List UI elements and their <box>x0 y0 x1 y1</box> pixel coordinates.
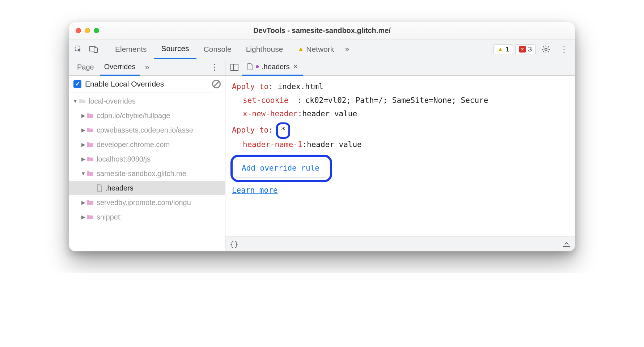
apply-to-row: Apply to: * <box>232 124 568 138</box>
caret-down-icon: ▼ <box>73 98 78 104</box>
apply-to-keyword: Apply to <box>232 126 268 134</box>
tree-root-label: local-overrides <box>89 97 136 105</box>
caret-right-icon: ▶ <box>81 156 86 162</box>
file-tab-headers[interactable]: .headers ✕ <box>242 59 303 76</box>
error-count-badge[interactable]: ✕ 3 <box>515 44 536 54</box>
tab-sources[interactable]: Sources <box>154 39 196 59</box>
titlebar: DevTools - samesite-sandbox.glitch.me/ <box>69 22 575 39</box>
tab-network-label: Network <box>306 45 334 54</box>
file-icon <box>247 63 253 70</box>
editor-panel: .headers ✕ Apply to: index.html set-cook… <box>225 59 575 251</box>
header-row: header-name-1: header value <box>243 139 568 151</box>
enable-overrides-row: Enable Local Overrides <box>69 76 225 92</box>
svg-rect-2 <box>94 48 97 53</box>
tab-network[interactable]: ▲ Network <box>290 39 341 59</box>
tree-root[interactable]: ▼ local-overrides <box>69 94 225 108</box>
tree-file-selected[interactable]: .headers <box>69 181 225 195</box>
warning-icon: ▲ <box>497 46 503 53</box>
tab-lighthouse[interactable]: Lighthouse <box>239 39 291 59</box>
toolbar-divider <box>104 44 104 55</box>
highlighted-add-button: Add override rule <box>230 155 332 182</box>
svg-point-3 <box>545 48 547 50</box>
expand-icon[interactable] <box>563 241 571 247</box>
caret-right-icon: ▶ <box>81 142 86 147</box>
error-count: 3 <box>528 45 532 53</box>
toggle-navigator-icon[interactable] <box>228 64 241 71</box>
headers-editor[interactable]: Apply to: index.html set-cookie : ck02=v… <box>225 76 575 237</box>
caret-down-icon: ▼ <box>81 171 86 176</box>
error-icon: ✕ <box>519 46 526 53</box>
editor-tabbar: .headers ✕ <box>225 59 575 76</box>
folder-icon <box>86 214 94 220</box>
header-row: x-new-header: header value <box>243 108 568 120</box>
subtab-overrides[interactable]: Overrides <box>100 59 140 76</box>
caret-right-icon: ▶ <box>81 200 86 205</box>
add-override-rule-button[interactable]: Add override rule <box>235 159 326 178</box>
window-title: DevTools - samesite-sandbox.glitch.me/ <box>69 26 575 35</box>
navigator-panel: Page Overrides » ⋮ Enable Local Override… <box>69 59 225 251</box>
device-toggle-icon[interactable] <box>87 43 100 56</box>
navigator-subtabs: Page Overrides » ⋮ <box>69 59 225 76</box>
caret-right-icon: ▶ <box>81 127 86 133</box>
folder-icon <box>86 171 94 176</box>
folder-icon <box>86 200 94 205</box>
panel-tabs: Elements Sources Console Lighthouse ▲ Ne… <box>108 39 353 59</box>
header-name[interactable]: set-cookie <box>243 95 293 107</box>
settings-gear-icon[interactable] <box>538 45 554 54</box>
header-value[interactable]: header value <box>307 139 362 151</box>
enable-overrides-checkbox[interactable] <box>73 80 81 88</box>
modified-dot-icon <box>256 65 259 68</box>
file-tab-label: .headers <box>262 63 290 71</box>
more-tabs-chevron-icon[interactable]: » <box>341 45 353 54</box>
tab-elements[interactable]: Elements <box>108 39 154 59</box>
caret-right-icon: ▶ <box>81 113 86 118</box>
header-name[interactable]: header-name-1 <box>243 139 302 151</box>
tree-item[interactable]: ▶developer.chrome.com <box>69 137 225 152</box>
clear-overrides-icon[interactable] <box>212 80 221 88</box>
warning-count-badge[interactable]: ▲ 1 <box>493 44 513 54</box>
tree-item[interactable]: ▶cpwebassets.codepen.io/asse <box>69 123 225 137</box>
overrides-tree: ▼ local-overrides ▶cdpn.io/chybie/fullpa… <box>69 92 225 251</box>
folder-icon <box>79 98 86 104</box>
header-value[interactable]: header value <box>302 108 357 120</box>
apply-to-row: Apply to: index.html <box>232 81 568 93</box>
more-menu-icon[interactable]: ⋮ <box>556 44 572 54</box>
learn-more-link[interactable]: Learn more <box>232 186 277 195</box>
folder-icon <box>86 142 94 147</box>
file-icon <box>97 184 102 192</box>
pretty-print-icon[interactable]: {} <box>230 240 238 248</box>
tree-item[interactable]: ▶cdpn.io/chybie/fullpage <box>69 108 225 123</box>
tree-item[interactable]: ▶servedby.ipromote.com/longu <box>69 195 225 210</box>
apply-to-keyword: Apply to <box>232 82 268 91</box>
editor-footer: {} <box>225 237 575 251</box>
header-row: set-cookie : ck02=vl02; Path=/; SameSite… <box>243 95 568 107</box>
tree-item[interactable]: ▶localhost:8080/js <box>69 152 225 166</box>
more-subtabs-chevron-icon[interactable]: » <box>141 63 153 72</box>
highlighted-wildcard: * <box>276 122 290 139</box>
header-value[interactable]: ck02=vl02; Path=/; SameSite=None; Secure <box>305 95 488 107</box>
warning-triangle-icon: ▲ <box>297 45 304 53</box>
svg-rect-4 <box>231 64 238 71</box>
apply-to-target[interactable]: * <box>281 126 285 134</box>
subtab-page[interactable]: Page <box>73 59 98 76</box>
folder-icon <box>86 113 94 118</box>
tree-item[interactable]: ▶snippet: <box>69 210 225 224</box>
caret-right-icon: ▶ <box>81 214 86 220</box>
devtools-window: DevTools - samesite-sandbox.glitch.me/ E… <box>69 22 575 251</box>
folder-icon <box>86 127 94 133</box>
close-tab-icon[interactable]: ✕ <box>293 63 298 71</box>
folder-icon <box>86 156 94 162</box>
enable-overrides-label: Enable Local Overrides <box>85 80 164 88</box>
tab-console[interactable]: Console <box>196 39 239 59</box>
navigator-more-icon[interactable]: ⋮ <box>208 63 221 72</box>
warning-count: 1 <box>505 45 509 53</box>
apply-to-target[interactable]: index.html <box>277 82 323 91</box>
selected-file-label: .headers <box>105 184 134 192</box>
tree-item[interactable]: ▼samesite-sandbox.glitch.me <box>69 166 225 181</box>
main-toolbar: Elements Sources Console Lighthouse ▲ Ne… <box>69 39 575 59</box>
header-name[interactable]: x-new-header <box>243 108 298 120</box>
inspect-element-icon[interactable] <box>72 43 85 56</box>
